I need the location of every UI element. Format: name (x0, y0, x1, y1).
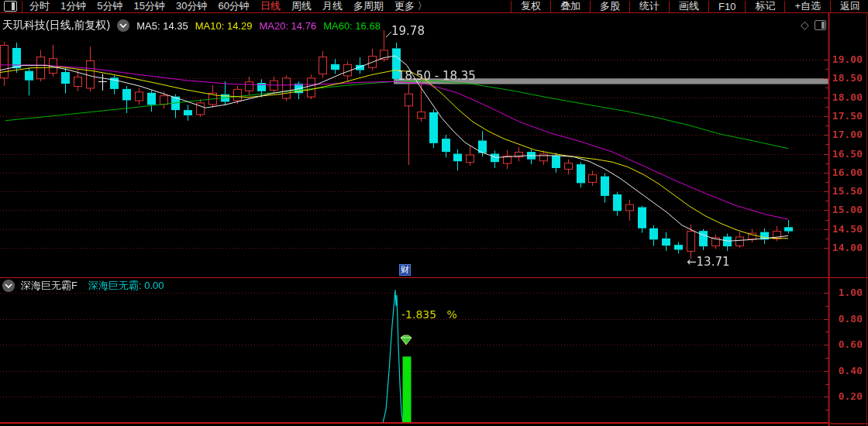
low-price-annotation: ←13.71 (687, 255, 730, 269)
toolbar-divider (22, 1, 22, 12)
btn-statistics[interactable]: 统计 (632, 0, 667, 13)
toolbar-divider (590, 1, 591, 12)
btn-drawline[interactable]: 画线 (671, 0, 707, 13)
btn-back[interactable]: 返回 (832, 0, 868, 13)
tab-15min[interactable]: 15分钟 (128, 0, 170, 13)
btn-multistock[interactable]: 多股 (592, 0, 628, 13)
indicator-header: 深海巨无霸F 深海巨无霸: 0.00 (2, 279, 164, 293)
indicator-collapse-icon[interactable] (2, 280, 15, 292)
indicator-annotation: -1.835 % (401, 308, 457, 321)
chart-corner-tools: ◇ (801, 19, 826, 30)
trading-terminal: { "toolbar": { "left_items": [ {"name":"… (0, 0, 868, 426)
tab-60min[interactable]: 60分钟 (212, 0, 254, 13)
tab-1min[interactable]: 1分钟 (55, 0, 91, 13)
chart-canvas[interactable] (0, 0, 868, 426)
finance-event-marker[interactable]: 财 (399, 264, 411, 276)
toolbar-left-group: 分时1分钟5分钟15分钟30分钟60分钟日线周线月线多周期更多 〉 (0, 0, 433, 12)
tab-monthly[interactable]: 月线 (317, 0, 348, 13)
tab-5min[interactable]: 5分钟 (91, 0, 128, 13)
btn-mark[interactable]: 标记 (747, 0, 783, 13)
ma20-label: MA20: 14.76 (259, 20, 316, 32)
gap-price-annotation: 18.50 - 18.35 (398, 69, 476, 83)
peak-price-annotation: 19.78 (391, 24, 425, 38)
tab-weekly[interactable]: 周线 (286, 0, 317, 13)
toolbar-divider (708, 1, 709, 12)
signal-diamond-icon (399, 335, 413, 349)
btn-f10[interactable]: F10 (711, 1, 743, 12)
btn-adjust[interactable]: 复权 (513, 0, 549, 13)
collapse-chevron-icon[interactable] (117, 19, 129, 32)
diamond-marker-icon[interactable]: ◇ (801, 19, 809, 30)
ma10-label: MA10: 14.29 (195, 20, 253, 32)
tab-multiperiod[interactable]: 多周期 (348, 0, 389, 13)
tab-daily[interactable]: 日线 (255, 0, 286, 13)
ma5-label: MA5: 14.35 (136, 20, 188, 32)
tab-more[interactable]: 更多 〉 (389, 0, 433, 13)
layout-toggle-icon[interactable] (4, 1, 17, 12)
btn-overlay[interactable]: 叠加 (553, 0, 588, 13)
btn-add-watchlist[interactable]: +自选 (787, 0, 828, 13)
tab-30min[interactable]: 30分钟 (170, 0, 212, 13)
tab-intraday[interactable]: 分时 (24, 0, 55, 13)
panel-layout-icon[interactable] (815, 20, 826, 30)
indicator-value: 深海巨无霸: 0.00 (88, 279, 164, 293)
toolbar-divider (830, 1, 831, 12)
toolbar-right-group: 复权叠加多股统计画线F10标记+自选返回 (509, 0, 868, 12)
period-toolbar: 分时1分钟5分钟15分钟30分钟60分钟日线周线月线多周期更多 〉 复权叠加多股… (0, 0, 868, 12)
toolbar-divider (669, 1, 670, 12)
toolbar-divider (745, 1, 746, 12)
stock-title: 天玑科技(日线,前复权) (2, 19, 110, 33)
toolbar-divider (550, 1, 551, 12)
toolbar-divider (784, 1, 785, 12)
indicator-name[interactable]: 深海巨无霸F (21, 279, 78, 293)
chart-header: 天玑科技(日线,前复权) MA5: 14.35 MA10: 14.29 MA20… (2, 19, 381, 33)
toolbar-divider (511, 1, 512, 12)
ma60-label: MA60: 16.68 (323, 20, 381, 32)
toolbar-divider (629, 1, 630, 12)
